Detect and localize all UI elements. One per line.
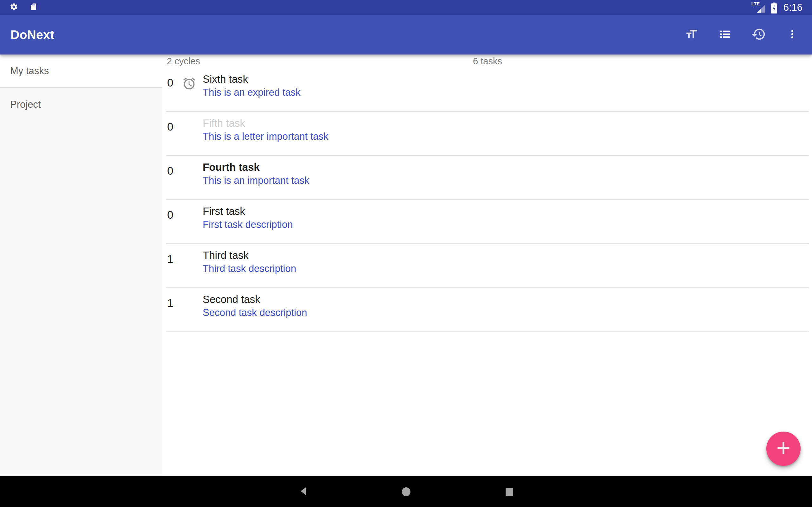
battery-charging-icon	[770, 2, 778, 14]
task-icon-slot	[182, 244, 203, 287]
task-title: Second task	[203, 292, 307, 306]
format-size-button[interactable]	[683, 26, 700, 43]
format-size-icon	[684, 27, 699, 42]
task-description: This is an expired task	[203, 86, 300, 99]
task-text: Fifth task This is a letter important ta…	[203, 112, 328, 155]
overflow-menu-button[interactable]	[784, 26, 801, 43]
recents-icon	[506, 488, 513, 496]
app-bar-actions	[683, 26, 801, 43]
lte-signal-icon: LTE	[751, 1, 766, 14]
task-row[interactable]: 0 Fourth task This is an important task	[166, 156, 809, 200]
sidebar-item-label: My tasks	[10, 65, 49, 77]
task-icon-slot	[182, 200, 203, 243]
task-text: Third task Third task description	[203, 244, 296, 287]
plus-icon: +	[776, 436, 791, 460]
sidebar: My tasks Project	[0, 55, 162, 476]
add-task-fab[interactable]: +	[766, 432, 801, 466]
sidebar-item-project[interactable]: Project	[0, 88, 162, 121]
task-title: Fifth task	[203, 116, 328, 130]
back-icon	[299, 487, 307, 497]
home-button[interactable]	[395, 476, 417, 507]
task-row[interactable]: 0 First task First task description	[166, 200, 809, 244]
task-row[interactable]: 0 Fifth task This is a letter important …	[166, 112, 809, 156]
list-view-button[interactable]	[717, 26, 733, 43]
task-description: First task description	[203, 218, 293, 231]
task-description: Second task description	[203, 306, 307, 319]
back-button[interactable]	[292, 476, 315, 507]
task-icon-slot	[182, 288, 203, 331]
task-icon-slot	[182, 68, 203, 111]
task-cycle-count: 0	[166, 112, 182, 155]
task-title: Third task	[203, 248, 296, 262]
task-text: Fourth task This is an important task	[203, 156, 309, 199]
task-row[interactable]: 1 Third task Third task description	[166, 244, 809, 288]
recents-button[interactable]	[498, 476, 521, 507]
task-list-panel: 2 cycles 6 tasks 0 Sixth task This is an…	[162, 55, 812, 476]
status-bar: LTE 6:16	[0, 0, 812, 15]
task-icon-slot	[182, 112, 203, 155]
task-title: Sixth task	[203, 72, 300, 86]
page-title: DoNext	[10, 28, 54, 42]
settings-gear-icon	[9, 3, 18, 12]
android-nav-bar	[0, 476, 812, 507]
status-bar-left	[9, 3, 38, 12]
task-cycle-count: 0	[166, 68, 182, 111]
task-text: Second task Second task description	[203, 288, 307, 331]
history-icon	[751, 27, 767, 43]
sd-card-icon	[30, 3, 38, 12]
list-header: 2 cycles 6 tasks	[166, 55, 809, 68]
clock-time: 6:16	[783, 1, 803, 14]
alarm-icon	[182, 86, 196, 92]
task-row[interactable]: 1 Second task Second task description	[166, 288, 809, 332]
sidebar-item-my-tasks[interactable]: My tasks	[0, 55, 162, 88]
app-root: LTE 6:16 DoNext	[0, 0, 812, 507]
tasks-count-label: 6 tasks	[166, 56, 809, 66]
history-button[interactable]	[751, 26, 767, 43]
task-cycle-count: 1	[166, 288, 182, 331]
task-description: This is a letter important task	[203, 130, 328, 143]
task-description: This is an important task	[203, 174, 309, 187]
status-bar-right: LTE 6:16	[751, 1, 803, 14]
task-text: Sixth task This is an expired task	[203, 68, 300, 111]
task-cycle-count: 0	[166, 156, 182, 199]
task-row[interactable]: 0 Sixth task This is an expired task	[166, 68, 809, 112]
task-cycle-count: 0	[166, 200, 182, 243]
main-body: My tasks Project 2 cycles 6 tasks 0 S	[0, 55, 812, 476]
home-icon	[402, 487, 410, 496]
task-title: First task	[203, 205, 293, 218]
task-title: Fourth task	[203, 160, 309, 174]
sidebar-item-label: Project	[10, 99, 41, 110]
cycles-count-label: 2 cycles	[166, 56, 200, 66]
overflow-menu-icon	[786, 29, 798, 41]
task-description: Third task description	[203, 262, 296, 275]
task-icon-slot	[182, 156, 203, 199]
task-text: First task First task description	[203, 200, 293, 243]
app-bar: DoNext	[0, 15, 812, 55]
list-icon	[719, 28, 731, 42]
task-cycle-count: 1	[166, 244, 182, 287]
